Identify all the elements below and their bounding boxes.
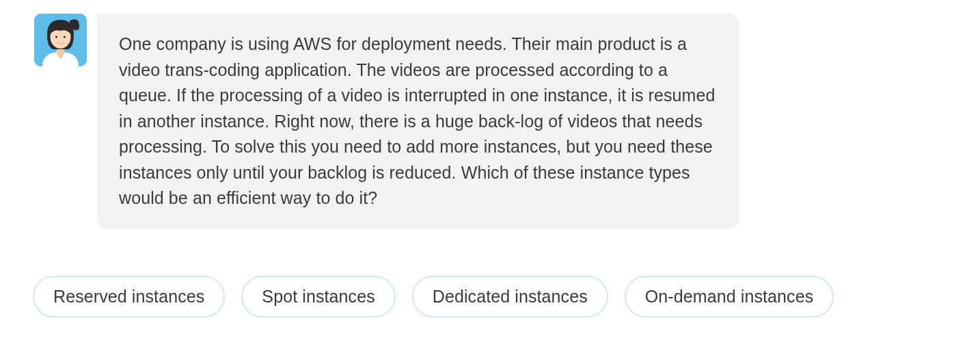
option-on-demand-instances[interactable]: On-demand instances xyxy=(625,276,834,318)
option-label: Spot instances xyxy=(262,287,375,306)
option-label: Dedicated instances xyxy=(433,287,588,306)
option-label: On-demand instances xyxy=(645,287,813,306)
avatar-icon xyxy=(34,14,87,66)
options-row: Reserved instances Spot instances Dedica… xyxy=(33,276,980,318)
svg-point-3 xyxy=(55,36,57,38)
option-spot-instances[interactable]: Spot instances xyxy=(241,276,395,318)
message-text: One company is using AWS for deployment … xyxy=(119,34,716,207)
avatar xyxy=(34,14,87,66)
chat-message-row: One company is using AWS for deployment … xyxy=(34,14,980,229)
option-reserved-instances[interactable]: Reserved instances xyxy=(33,276,225,318)
svg-point-4 xyxy=(64,36,66,38)
message-bubble: One company is using AWS for deployment … xyxy=(97,14,739,229)
option-dedicated-instances[interactable]: Dedicated instances xyxy=(412,276,608,318)
option-label: Reserved instances xyxy=(53,287,204,306)
